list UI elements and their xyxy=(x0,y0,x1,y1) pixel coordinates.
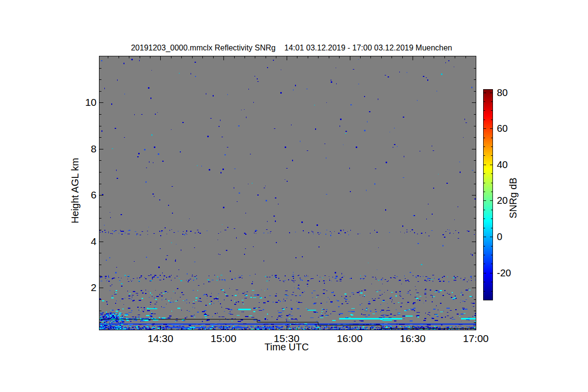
colorbar-tick-mark xyxy=(484,155,485,156)
colorbar-tick-mark xyxy=(484,273,486,273)
colorbar-tick-mark xyxy=(491,120,492,120)
y-tick-label: 2 xyxy=(67,281,97,294)
y-tick-label: 6 xyxy=(67,189,97,201)
colorbar-tick-mark xyxy=(484,291,485,292)
y-tick-label: 10 xyxy=(67,96,97,109)
colorbar-tick-mark xyxy=(490,128,492,129)
colorbar-tick-mark xyxy=(484,173,485,174)
colorbar-tick-mark xyxy=(490,273,492,273)
colorbar-tick-mark xyxy=(484,128,486,129)
colorbar-tick-mark xyxy=(484,210,485,210)
colorbar-tick-mark xyxy=(491,219,492,219)
x-tick-label: 17:00 xyxy=(454,333,498,344)
x-tick-label: 14:30 xyxy=(138,333,182,344)
x-tick-label: 16:30 xyxy=(391,333,435,344)
colorbar xyxy=(483,89,493,300)
colorbar-tick-mark xyxy=(491,101,492,102)
colorbar-tick-mark xyxy=(484,200,486,201)
colorbar-tick-mark xyxy=(484,192,485,192)
colorbar-tick-mark xyxy=(484,147,485,147)
colorbar-tick-mark xyxy=(484,183,485,183)
colorbar-tick-mark xyxy=(491,264,492,264)
colorbar-tick-mark xyxy=(484,237,486,237)
colorbar-tick-mark xyxy=(491,192,492,192)
colorbar-tick-mark xyxy=(491,282,492,282)
colorbar-tick-mark xyxy=(490,200,492,201)
colorbar-tick-mark xyxy=(490,237,492,237)
colorbar-tick-mark xyxy=(491,155,492,156)
plot-title: 20191203_0000.mmclx Reflectivity SNRg 14… xyxy=(103,44,480,52)
x-axis-label: Time UTC xyxy=(238,342,336,353)
colorbar-tick-label: -20 xyxy=(497,267,526,279)
colorbar-tick-mark xyxy=(484,138,485,138)
colorbar-tick-mark xyxy=(491,228,492,228)
y-tick-label: 8 xyxy=(67,143,97,155)
colorbar-tick-mark xyxy=(491,138,492,138)
reflectivity-heatmap-canvas xyxy=(99,56,476,330)
colorbar-tick-mark xyxy=(484,93,486,93)
colorbar-tick-label: 80 xyxy=(497,87,526,98)
radar-reflectivity-figure: 20191203_0000.mmclx Reflectivity SNRg 14… xyxy=(0,0,588,392)
colorbar-tick-mark xyxy=(491,173,492,174)
colorbar-gradient xyxy=(484,90,492,300)
colorbar-tick-mark xyxy=(491,246,492,246)
colorbar-tick-mark xyxy=(484,101,485,102)
y-tick-label: 4 xyxy=(67,235,97,248)
colorbar-tick-mark xyxy=(491,147,492,147)
colorbar-tick-mark xyxy=(484,120,485,120)
colorbar-tick-mark xyxy=(484,228,485,228)
colorbar-tick-mark xyxy=(491,110,492,111)
colorbar-tick-mark xyxy=(484,282,485,282)
colorbar-tick-mark xyxy=(491,210,492,210)
colorbar-tick-mark xyxy=(490,93,492,93)
colorbar-tick-mark xyxy=(484,255,485,255)
colorbar-tick-mark xyxy=(491,183,492,183)
colorbar-tick-mark xyxy=(491,255,492,255)
plot-area xyxy=(99,56,476,330)
colorbar-tick-mark xyxy=(484,110,485,111)
colorbar-tick-label: 60 xyxy=(497,122,526,134)
colorbar-tick-mark xyxy=(484,219,485,219)
colorbar-axis-label: SNRg dB xyxy=(508,159,518,237)
colorbar-tick-mark xyxy=(491,291,492,292)
colorbar-tick-mark xyxy=(484,264,485,264)
colorbar-tick-mark xyxy=(484,165,486,165)
colorbar-tick-mark xyxy=(484,246,485,246)
colorbar-tick-mark xyxy=(490,165,492,165)
